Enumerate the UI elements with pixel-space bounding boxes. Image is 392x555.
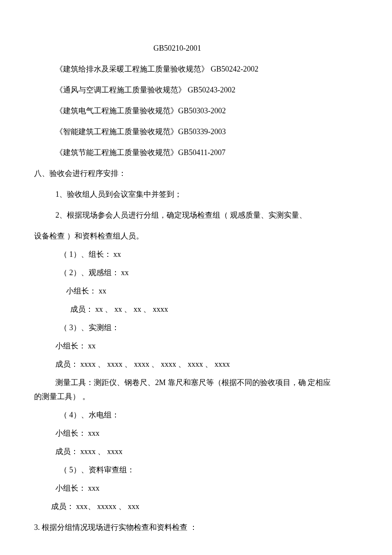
group-4-members: 成员： xxxx 、 xxxx [34, 446, 358, 457]
item-1: 1、验收组人员到会议室集中并签到； [34, 189, 358, 200]
group-3-title: （ 3）、实测组： [34, 322, 358, 334]
group-1-leader: （ 1）、组长： xx [34, 249, 358, 260]
group-2-leader: 小组长： xx [34, 285, 358, 297]
standard-item: 《通风与空调工程施工质量验收规范》 GB50243-2002 [34, 84, 358, 96]
group-5-members: 成员： xxx、 xxxxx 、 xxx [34, 501, 358, 512]
group-3-tools-b: 的测量工具） 。 [34, 391, 358, 403]
header-code: GB50210-2001 [34, 43, 358, 54]
standard-item: 《智能建筑工程施工质量验收规范》GB50339-2003 [34, 126, 358, 138]
standard-item: 《建筑节能工程施工质量验收规范》GB50411-2007 [34, 147, 358, 158]
group-5-leader: 小组长： xxx [34, 483, 358, 494]
group-3-tools-a: 测量工具：测距仪、钢卷尺、2M 靠尺和塞尺等（根据不同的验收项目，确 定相应 [34, 377, 358, 388]
section-8-title: 八、验收会进行程序安排： [34, 168, 358, 179]
group-2-members: 成员： xx 、 xx 、 xx 、 xxxx [34, 304, 358, 315]
standard-item: 《建筑给排水及采暖工程施工质量验收规范》 GB50242-2002 [34, 63, 358, 75]
group-3-members: 成员： xxxx 、 xxxx 、 xxxx 、 xxxx 、 xxxx 、 x… [34, 359, 358, 370]
item-3: 3. 根据分组情况现场进行实物检查和资料检查 ： [34, 522, 358, 533]
group-2-title: （ 2）、观感组： xx [34, 267, 358, 279]
item-2-part-a: 2、根据现场参会人员进行分组，确定现场检查组（ 观感质量、实测实量、 [34, 210, 358, 221]
group-3-leader: 小组长： xx [34, 340, 358, 352]
group-4-leader: 小组长： xxx [34, 428, 358, 439]
group-4-title: （ 4）、水电组： [34, 409, 358, 421]
item-2-part-b: 设备检查 ）和资料检查组人员。 [34, 230, 358, 242]
standard-item: 《建筑电气工程施工质量验收规范》GB50303-2002 [34, 105, 358, 117]
group-5-title: （ 5）、资料审查组： [34, 464, 358, 476]
